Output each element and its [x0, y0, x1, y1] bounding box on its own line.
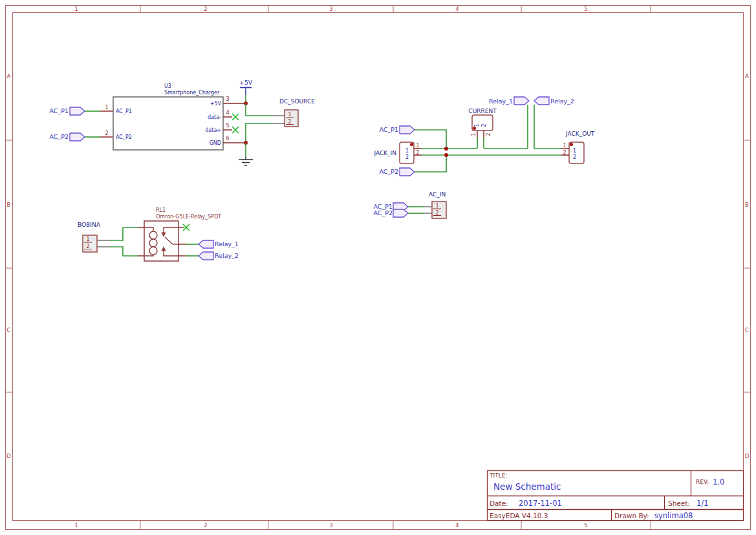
frame-col-label: 2: [204, 522, 207, 529]
no-connect-x-icon: [183, 224, 189, 231]
drawn-by-value[interactable]: synlima08: [654, 511, 693, 520]
net-flag-relay-2[interactable]: Relay_2: [199, 252, 239, 260]
relay-circuit[interactable]: BOBINA 1 2 RL1 Omron-G5LE-Relay_SPDT: [78, 207, 239, 261]
pin-name: +5V: [210, 101, 222, 107]
component-jack-out[interactable]: JACK_OUT 1 2 1 2: [561, 131, 595, 163]
net-flag-shape[interactable]: [393, 209, 408, 217]
net-flag-shape[interactable]: [400, 126, 415, 134]
sheet-value[interactable]: 1/1: [697, 499, 709, 508]
pin-number: 1: [471, 132, 477, 136]
net-flag-shape[interactable]: [534, 97, 549, 105]
frame-row-label: A: [7, 73, 11, 79]
frame-col-label: 5: [584, 6, 587, 12]
pin-name: 2: [405, 154, 409, 160]
frame-row-label: A: [745, 73, 749, 79]
net-flag-ac-p2-mid[interactable]: AC_P2: [380, 168, 415, 176]
pin-name: 2: [481, 123, 487, 127]
pin-number: 1: [563, 143, 566, 149]
pin-number: 2: [486, 132, 491, 136]
connector-name: AC_IN: [429, 191, 446, 198]
schematic-sheet: 1 2 3 4 5 1 2 3 4 5 A B C D A B C D TITL…: [0, 0, 756, 535]
drawn-by-label: Drawn By:: [614, 512, 649, 519]
jack-loop-circuit[interactable]: Relay_1 Relay_2 CURRENT 1 2 1 2 AC_P1: [373, 97, 594, 176]
u3-body[interactable]: [113, 97, 223, 150]
wire[interactable]: [415, 155, 446, 172]
connector-name: DC_SOURCE: [279, 98, 315, 105]
wire[interactable]: [110, 227, 138, 240]
date-label: Date:: [490, 499, 508, 507]
component-u3[interactable]: U3 Smartphone_Charger 1 2 AC_P1 AC_P2 3 …: [105, 83, 246, 150]
component-dc-source[interactable]: DC_SOURCE 1 2: [272, 98, 315, 127]
pin-number: 1: [86, 236, 89, 242]
schematic-canvas[interactable]: 1 2 3 4 5 1 2 3 4 5 A B C D A B C D TITL…: [0, 0, 756, 535]
sheet-frame: 1 2 3 4 5 1 2 3 4 5 A B C D A B C D: [6, 6, 751, 530]
pin-number: 2: [105, 131, 108, 136]
rl1-ref: RL1: [156, 207, 166, 213]
net-flag-ac-p1-mid[interactable]: AC_P1: [380, 126, 415, 134]
pin-number: 1: [435, 203, 438, 209]
pin-number: 2: [86, 244, 89, 249]
net-flag-relay-2-top[interactable]: Relay_2: [534, 97, 574, 105]
net-label: Relay_1: [215, 240, 239, 247]
connector-name: JACK_OUT: [565, 131, 595, 137]
frame-col-label: 4: [455, 6, 459, 12]
net-flag-ac-p1[interactable]: AC_P1: [50, 107, 85, 115]
net-flag-shape[interactable]: [199, 252, 213, 260]
net-label: Relay_2: [550, 98, 574, 105]
pin-number: 1: [416, 143, 419, 149]
net-label: AC_P1: [380, 126, 399, 133]
frame-row-label: B: [7, 202, 11, 208]
net-flag-ac-p2[interactable]: AC_P2: [50, 133, 85, 141]
title-block[interactable]: TITLE: New Schematic REV: 1.0 Date: 2017…: [488, 471, 744, 521]
connector-body[interactable]: [83, 235, 97, 252]
pin-name: 1: [405, 148, 409, 154]
pin-name: 2: [573, 154, 576, 160]
wire[interactable]: [246, 103, 272, 116]
net-flag-shape[interactable]: [70, 107, 85, 115]
pin-number: 2: [563, 150, 566, 156]
frame-row-label: D: [6, 453, 11, 459]
wire[interactable]: [246, 123, 272, 143]
frame-col-label: 1: [74, 522, 78, 529]
pin-name: 1: [573, 148, 576, 154]
component-jack-in[interactable]: JACK_IN 1 2 1 2: [373, 142, 422, 163]
component-current[interactable]: CURRENT 1 2 1 2: [468, 108, 497, 138]
u3-ref: U3: [164, 83, 171, 89]
net-flag-shape[interactable]: [70, 133, 85, 141]
pin-number: 6: [226, 136, 229, 142]
rev-value[interactable]: 1.0: [713, 477, 724, 487]
component-bobina[interactable]: BOBINA 1 2: [78, 222, 110, 252]
net-flag-relay-1-top[interactable]: Relay_1: [489, 97, 529, 105]
net-label: AC_P1: [50, 107, 69, 114]
schematic-title[interactable]: New Schematic: [493, 481, 561, 492]
pin-name: AC_P2: [116, 134, 132, 140]
ac-in-circuit[interactable]: AC_IN AC_P1 AC_P2 1 2: [374, 191, 447, 218]
net-flag-relay-1[interactable]: Relay_1: [199, 240, 239, 248]
charger-circuit[interactable]: AC_P1 AC_P2 U3 Smartphone_Charger 1 2 AC…: [50, 79, 316, 165]
junction-dot: [444, 153, 448, 157]
net-flag-ac-p2-acin[interactable]: AC_P2: [374, 209, 409, 217]
pin-number: 4: [226, 110, 229, 116]
sheet-label: Sheet:: [668, 499, 690, 507]
pin-number: 2: [288, 119, 291, 125]
rev-label: REV:: [696, 479, 709, 485]
net-flag-shape[interactable]: [199, 240, 213, 248]
date-value[interactable]: 2017-11-01: [519, 499, 562, 508]
pin-name: data+: [205, 127, 221, 133]
component-ac-in[interactable]: 1 2: [432, 202, 446, 218]
net-flag-shape[interactable]: [400, 168, 415, 176]
pin-number: 1: [288, 112, 291, 118]
pin-name: AC_P1: [116, 109, 132, 114]
pin-name: data-: [208, 114, 221, 120]
connector-body[interactable]: [432, 202, 446, 218]
power-flag-5v[interactable]: +5V: [239, 79, 253, 95]
ground-symbol[interactable]: [239, 157, 253, 165]
title-label: TITLE:: [489, 472, 507, 479]
connector-name: BOBINA: [78, 222, 101, 228]
pin-number: 2: [435, 210, 438, 216]
pin1-dot: [570, 143, 573, 146]
connector-name: CURRENT: [468, 108, 497, 114]
wire[interactable]: [110, 247, 138, 256]
net-flag-shape[interactable]: [514, 97, 529, 105]
rl1-value: Omron-G5LE-Relay_SPDT: [156, 214, 221, 220]
